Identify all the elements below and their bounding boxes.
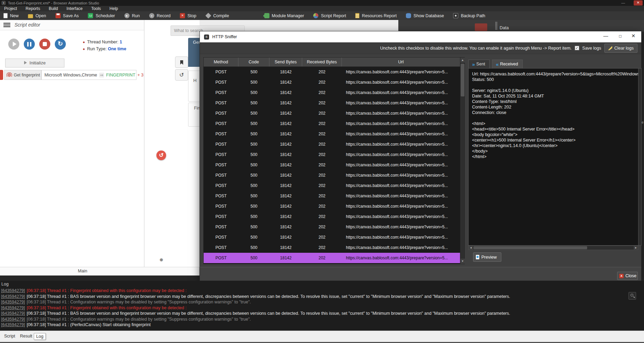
toolbar-button-module-manager[interactable]: Module Manager <box>264 13 304 18</box>
scroll-up-icon[interactable]: ▲ <box>460 58 465 63</box>
main-function-tab[interactable]: Main <box>78 269 87 273</box>
table-row[interactable]: POST50018142202https://canvas.bablosoft.… <box>204 160 460 170</box>
table-row[interactable]: POST50018142202https://canvas.bablosoft.… <box>204 118 460 129</box>
toolbar-button-backup-path[interactable]: Backup Path <box>453 13 485 18</box>
log-thread-link[interactable]: [643594279] <box>1 317 25 322</box>
restart-button[interactable]: ↻ <box>55 39 66 50</box>
record-icon: ● <box>149 13 154 18</box>
table-row[interactable]: POST50018142202https://canvas.bablosoft.… <box>204 201 460 211</box>
log-thread-link[interactable]: [643594279] <box>1 311 25 316</box>
toolbar-button-open[interactable]: Open <box>28 13 46 18</box>
tab-sent[interactable]: » Sent <box>468 60 490 68</box>
thread-number-value[interactable]: 1 <box>120 40 122 44</box>
toolbar-button-record[interactable]: ●Record <box>149 13 171 18</box>
minimize-icon[interactable]: — <box>621 1 625 5</box>
table-row[interactable]: POST50018142202https://canvas.bablosoft.… <box>204 242 460 253</box>
table-row[interactable]: POST50018142202https://canvas.bablosoft.… <box>204 129 460 139</box>
dialog-close-icon[interactable]: ✕ <box>628 33 638 39</box>
column-header-received-bytes[interactable]: Received Bytes <box>302 58 342 66</box>
menu-item-reports[interactable]: Reports <box>21 6 44 11</box>
splitter-handle[interactable] <box>495 22 498 30</box>
action-parameters[interactable]: Microsoft Windows,Chrome ⇒ FINGERPRINT +… <box>41 70 136 80</box>
backup-icon <box>453 13 458 18</box>
log-thread-link[interactable]: [643594279] <box>1 294 25 299</box>
table-row[interactable]: POST50018142202https://canvas.bablosoft.… <box>204 139 460 149</box>
close-button[interactable]: X Close <box>617 272 638 280</box>
send-bytes-cell: 18142 <box>269 129 302 139</box>
menu-item-project[interactable]: Project <box>0 6 21 11</box>
received-bytes-cell: 202 <box>302 191 342 201</box>
footer-tab-log[interactable]: Log <box>34 333 46 340</box>
table-vertical-scrollbar[interactable]: ▲ ▼ <box>460 58 464 264</box>
toolbar-button-save-as[interactable]: Save As <box>55 13 79 18</box>
log-search-button[interactable] <box>628 292 636 300</box>
save-logs-checkbox[interactable]: ✓ <box>575 46 579 50</box>
toolbar-button-script-report[interactable]: Script Report <box>313 13 346 18</box>
log-panel: Log [643594279][06:37:18] Thread #1 : Fi… <box>0 281 644 331</box>
table-row[interactable]: POST50018142202https://canvas.bablosoft.… <box>204 253 460 263</box>
scroll-down-icon[interactable]: ▼ <box>460 259 465 264</box>
menu-item-tools[interactable]: Tools <box>87 6 105 11</box>
initialize-button[interactable]: Initialize <box>5 59 64 67</box>
column-header-url[interactable]: Url <box>342 58 460 66</box>
toolbar-label: Stop <box>187 13 196 18</box>
table-row[interactable]: POST50018142202https://canvas.bablosoft.… <box>204 211 460 222</box>
scroll-to-action-badge[interactable]: ↺ <box>156 150 166 160</box>
toolbar-button-run[interactable]: ▶Run <box>124 13 140 18</box>
menu-item-build[interactable]: Build <box>44 6 62 11</box>
log-thread-link[interactable]: [643594279] <box>1 288 25 293</box>
table-row[interactable]: POST50018142202https://canvas.bablosoft.… <box>204 108 460 118</box>
run-type-value[interactable]: One time <box>108 46 126 51</box>
table-row[interactable]: POST50018142202https://canvas.bablosoft.… <box>204 170 460 180</box>
table-row[interactable]: POST50018142202https://canvas.bablosoft.… <box>204 232 460 242</box>
table-row[interactable]: POST50018142202https://canvas.bablosoft.… <box>204 67 460 77</box>
get-fingerprint-action-row[interactable]: Get fingerprint Microsoft Windows,Chrome… <box>0 70 144 80</box>
toolbar-button-resources-report[interactable]: Resources Report <box>355 13 397 18</box>
toolbar-button-stop[interactable]: ✕Stop <box>180 13 196 18</box>
log-thread-link[interactable]: [643594279] <box>1 300 25 304</box>
response-vertical-scrollbar[interactable] <box>638 68 642 246</box>
column-header-method[interactable]: Method <box>204 58 238 66</box>
menu-item-interface[interactable]: Interface <box>62 6 87 11</box>
table-row[interactable]: POST50018142202https://canvas.bablosoft.… <box>204 77 460 87</box>
hamburger-menu-icon[interactable] <box>3 23 10 28</box>
footer-tab-script[interactable]: Script <box>2 333 17 339</box>
undo-button[interactable]: ↺ <box>175 69 188 81</box>
response-horizontal-scrollbar[interactable]: ◄ ► <box>468 246 638 250</box>
table-row[interactable]: POST50018142202https://canvas.bablosoft.… <box>204 98 460 108</box>
table-row[interactable]: POST50018142202https://canvas.bablosoft.… <box>204 87 460 98</box>
toolbar-button-show-database[interactable]: Show Database <box>406 13 444 18</box>
toolbar-button-compile[interactable]: Compile <box>206 13 229 18</box>
table-row[interactable]: POST50018142202https://canvas.bablosoft.… <box>204 191 460 201</box>
scrollbar-thumb[interactable] <box>473 246 587 249</box>
dialog-minimize-icon[interactable]: — <box>601 33 611 39</box>
pause-button[interactable] <box>24 39 35 50</box>
close-icon[interactable]: ✕ <box>634 0 643 6</box>
footer-tab-result[interactable]: Result <box>18 333 34 339</box>
save-logs-label: Save logs <box>582 46 601 51</box>
log-thread-link[interactable]: [643594279] <box>1 322 25 327</box>
preview-button[interactable]: Preview <box>473 252 501 262</box>
url-cell: https://canvas.bablosoft.com:4443/prepar… <box>342 98 460 108</box>
column-header-code[interactable]: Code <box>238 58 269 66</box>
play-button[interactable] <box>8 39 19 50</box>
tab-received[interactable]: « Received <box>492 60 523 68</box>
column-header-send-bytes[interactable]: Send Bytes <box>269 58 302 66</box>
toolbar-button-new[interactable]: New <box>3 13 19 18</box>
scroll-right-icon[interactable]: ► <box>634 246 638 250</box>
scrollbar-thumb[interactable] <box>461 64 464 96</box>
toolbar-button-scheduler[interactable]: 12Scheduler <box>88 13 115 18</box>
dialog-maximize-icon[interactable]: □ <box>615 34 625 39</box>
table-row[interactable]: POST50018142202https://canvas.bablosoft.… <box>204 180 460 191</box>
debug-bug-icon[interactable]: ✹ <box>159 257 164 263</box>
stop-button[interactable] <box>39 39 50 50</box>
bookmark-button[interactable] <box>175 56 188 68</box>
scroll-left-icon[interactable]: ◄ <box>469 246 473 250</box>
menu-item-help[interactable]: Help <box>105 6 123 11</box>
table-row[interactable]: POST50018142202https://canvas.bablosoft.… <box>204 222 460 232</box>
save-icon <box>55 13 61 18</box>
table-row[interactable]: POST50018142202https://canvas.bablosoft.… <box>204 149 460 160</box>
log-thread-link[interactable]: [643594279] <box>1 305 25 310</box>
get-fingerprint-button[interactable]: Get fingerprint <box>4 70 41 80</box>
clear-logs-button[interactable]: Clear logs <box>604 44 637 53</box>
